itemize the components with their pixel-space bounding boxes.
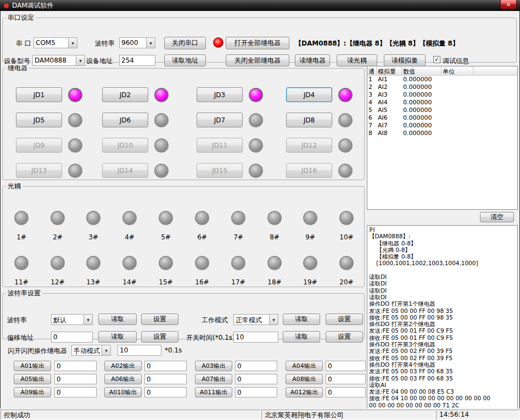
- serial-settings-group: 串口设定 串 口 COM5 波特率 9600 关闭串口 打开全部继电器 【DAM…: [2, 13, 517, 63]
- relay-button-jd1[interactable]: JD1: [16, 87, 62, 102]
- status-message: 控制成功: [1, 410, 260, 419]
- cell-value: 0.000000: [402, 114, 441, 122]
- ao3-value-input[interactable]: [235, 361, 277, 371]
- ao1-value-input[interactable]: [54, 361, 97, 371]
- ao5-output-button[interactable]: A05输出: [14, 374, 51, 384]
- switch-time-read-button[interactable]: 读取: [283, 331, 320, 343]
- relay-button-jd3[interactable]: JD3: [197, 87, 243, 102]
- ao2-output-button[interactable]: A02输出: [104, 361, 142, 371]
- opto-label-12: 12#: [51, 278, 64, 286]
- ao8-output-button[interactable]: A08输出: [286, 374, 323, 384]
- cell-unit: [441, 91, 473, 99]
- read-analog-button[interactable]: 读模拟量: [384, 54, 426, 66]
- switch-time-set-button[interactable]: 设置: [326, 331, 363, 343]
- cell-ch: 4: [367, 99, 377, 107]
- flash-time-input[interactable]: [118, 345, 161, 356]
- ao8-value-input[interactable]: [326, 374, 366, 384]
- work-mode-set-button[interactable]: 设置: [326, 313, 363, 325]
- cell-value: 0.000000: [402, 91, 441, 99]
- cell-value: 0.000000: [402, 122, 441, 130]
- opto-label-2: 2#: [53, 233, 63, 241]
- offset-read-button[interactable]: 读取: [98, 331, 137, 343]
- relay-button-jd7[interactable]: JD7: [197, 113, 243, 127]
- baud-rate-combo[interactable]: 9600: [119, 37, 155, 48]
- ao7-value-input[interactable]: [235, 374, 277, 384]
- baud-set-button[interactable]: 设置: [141, 313, 178, 325]
- ao9-value-input[interactable]: [54, 387, 97, 397]
- ao1-output-button[interactable]: A01输出: [14, 361, 51, 371]
- relay-indicator-jd2: [154, 88, 169, 102]
- relay-button-jd8[interactable]: JD8: [286, 113, 332, 127]
- work-mode-combo[interactable]: 正常模式: [233, 314, 278, 325]
- relay-indicator-jd6: [154, 113, 169, 127]
- offset-address-input[interactable]: [51, 332, 93, 343]
- serial-port-combo[interactable]: COM5: [33, 37, 77, 48]
- baud-read-button[interactable]: 读取: [98, 313, 137, 325]
- relay-button-jd6[interactable]: JD6: [102, 113, 148, 127]
- relay-group: 继电器 JD1 JD2 JD3 JD4 JD5 JD6 JD7 JD8 JD9 …: [2, 64, 365, 180]
- opto-lamp-1: [14, 211, 29, 225]
- cell-ch: 6: [367, 114, 377, 122]
- relay-button-jd2[interactable]: JD2: [102, 87, 148, 102]
- ao10-value-input[interactable]: [144, 387, 187, 397]
- ao12-value-input[interactable]: [326, 387, 366, 397]
- work-mode-read-button[interactable]: 读取: [283, 313, 320, 325]
- chevron-down-icon[interactable]: [269, 315, 278, 324]
- ao11-value-input[interactable]: [235, 387, 277, 397]
- chevron-down-icon[interactable]: [146, 38, 155, 48]
- open-all-relays-button[interactable]: 打开全部继电器: [226, 37, 289, 49]
- ao2-value-input[interactable]: [144, 361, 187, 371]
- chevron-down-icon[interactable]: [102, 345, 110, 355]
- ao9-output-button[interactable]: A09输出: [14, 387, 51, 397]
- table-row: 1AI10.000000: [367, 76, 517, 83]
- relay-indicator-jd12: [338, 138, 353, 153]
- baud-setting-combo[interactable]: 默认: [51, 314, 93, 325]
- close-button[interactable]: ✕: [500, 0, 517, 9]
- cell-value: 0.000000: [402, 76, 441, 83]
- chevron-down-icon[interactable]: [83, 315, 92, 324]
- opto-lamp-17: [231, 256, 245, 270]
- cell-unit: [441, 99, 473, 107]
- cell-name: AI3: [377, 91, 402, 99]
- table-row: 6AI60.000000: [367, 114, 517, 122]
- cell-ch: 7: [367, 122, 377, 130]
- offset-set-button[interactable]: 设置: [141, 331, 178, 343]
- ao4-value-input[interactable]: [326, 361, 366, 371]
- close-serial-button[interactable]: 关闭串口: [164, 37, 206, 49]
- cell-name: AI2: [377, 83, 402, 91]
- analog-table-header: 通 模拟量 数值 单位: [367, 66, 517, 76]
- opto-label-19: 19#: [303, 278, 317, 286]
- flash-mode-combo[interactable]: 手动模式: [71, 345, 111, 356]
- opto-lamp-7: [231, 211, 245, 225]
- ao4-output-button[interactable]: A04输出: [286, 361, 323, 371]
- relay-indicator-jd8: [338, 113, 353, 127]
- ao3-output-button[interactable]: A03输出: [195, 361, 232, 371]
- opto-lamp-2: [51, 211, 65, 225]
- opto-label-9: 9#: [305, 233, 315, 241]
- clear-button[interactable]: 清空: [480, 212, 514, 222]
- cell-ch: 5: [367, 107, 377, 114]
- log-panel[interactable]: 列 【DAM0888】: 【继电器 0-8】 【光耦 0-8】 【模拟量 0-8…: [367, 225, 518, 409]
- ao11-output-button[interactable]: A011输出: [195, 387, 232, 397]
- opto-lamp-10: [339, 211, 354, 225]
- chevron-down-icon[interactable]: [68, 38, 77, 48]
- ao10-output-button[interactable]: A010输出: [104, 387, 142, 397]
- ao5-value-input[interactable]: [54, 374, 97, 384]
- opto-lamp-20: [339, 256, 354, 270]
- ao12-output-button[interactable]: A012输出: [286, 387, 323, 397]
- relay-button-jd4[interactable]: JD4: [286, 87, 332, 102]
- relay-indicator-jd3: [249, 88, 263, 102]
- titlebar[interactable]: DAM调试软件 ✕: [0, 0, 520, 11]
- relay-button-jd5[interactable]: JD5: [16, 113, 62, 127]
- status-company: 北京聚英翱翔电子有限公司: [261, 410, 435, 419]
- ao6-output-button[interactable]: A06输出: [104, 374, 142, 384]
- opto-lamp-6: [195, 211, 209, 225]
- debug-info-checkbox[interactable]: ✓: [433, 56, 440, 63]
- switch-time-input[interactable]: [233, 332, 278, 343]
- opto-label-11: 11#: [14, 278, 28, 286]
- relay-group-title: 继电器: [6, 64, 29, 73]
- opto-label-1: 1#: [16, 233, 26, 241]
- ao7-output-button[interactable]: A07输出: [195, 374, 232, 384]
- ao6-value-input[interactable]: [144, 374, 187, 384]
- table-row: 5AI50.000000: [367, 107, 517, 114]
